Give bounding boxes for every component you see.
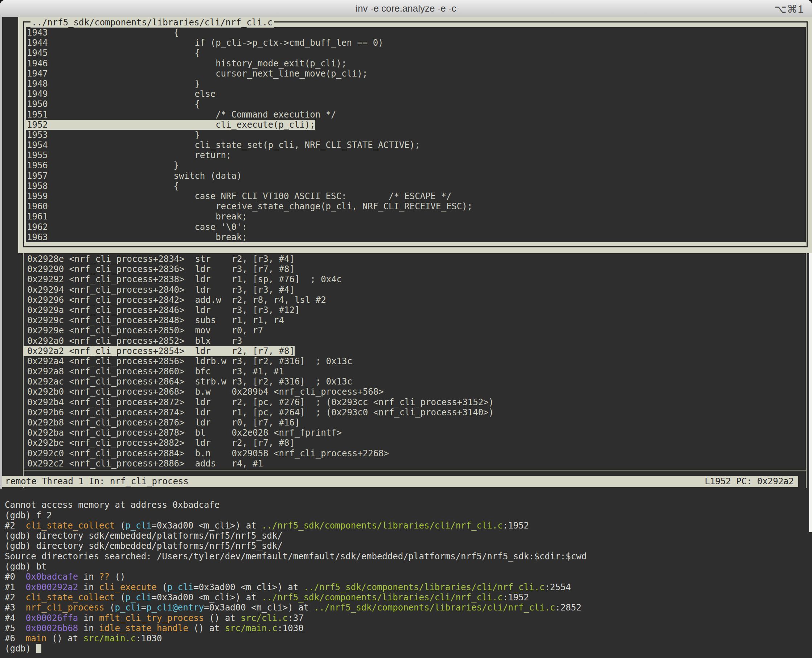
disassembly-line: 0x292ba <nrf_cli_process+2878> bl 0x2e02… — [23, 428, 806, 438]
console-line: Cannot access memory at address 0xbadcaf… — [5, 500, 807, 510]
console-text: = — [141, 603, 146, 613]
console-text: idle_state_handle — [99, 623, 188, 633]
source-line-text: 1956 } — [26, 160, 179, 171]
console-text: #1 — [5, 582, 26, 592]
disassembly-line: 0x292a0 <nrf_cli_process+2852> blx r3 — [23, 336, 806, 346]
console-text: (gdb) bt — [5, 561, 47, 572]
asm-pane-border-right — [806, 253, 807, 488]
console-text: ( — [157, 582, 167, 592]
disassembly-line: 0x292b0 <nrf_cli_process+2868> b.w 0x289… — [23, 387, 806, 397]
disassembly-line: 0x2929e <nrf_cli_process+2850> mov r0, r… — [23, 325, 806, 335]
console-text: () at — [204, 613, 241, 623]
disassembly-line: >0x292a2 <nrf_cli_process+2854> ldr r2, … — [23, 346, 806, 356]
console-text: cli_state_collect — [26, 592, 115, 603]
disassembly-line: 0x29294 <nrf_cli_process+2840> ldr r3, [… — [23, 285, 806, 295]
console-text: =0x3ad00 <m_cli>) at — [193, 582, 303, 592]
console-text: =0x3ad00 <m_cli>) at — [204, 603, 314, 613]
disassembly-line-text: 0x292a8 <nrf_cli_process+2860> bfc r3, #… — [23, 367, 284, 376]
console-line: #2 cli_state_collect (p_cli=0x3ad00 <m_c… — [5, 592, 807, 603]
disassembly-lines: 0x2928e <nrf_cli_process+2834> str r2, [… — [23, 254, 806, 469]
console-text: :1952 — [503, 520, 529, 531]
window-titlebar[interactable]: inv -e core.analyze -e -c ⌥⌘1 — [0, 0, 812, 17]
disassembly-line: 0x292b6 <nrf_cli_process+2874> ldr r1, [… — [23, 407, 806, 418]
source-code-lines: 1943 {1944 if (p_cli->p_ctx->cmd_buff_le… — [26, 28, 806, 242]
disassembly-line-text: 0x292a2 <nrf_cli_process+2854> ldr r2, [… — [23, 346, 295, 356]
console-line: #3 nrf_cli_process (p_cli=p_cli@entry=0x… — [5, 603, 807, 613]
disassembly-line: 0x29290 <nrf_cli_process+2836> ldr r3, [… — [23, 264, 806, 274]
console-text: :37 — [288, 613, 303, 623]
gdb-console[interactable]: Cannot access memory at address 0xbadcaf… — [5, 490, 807, 654]
source-line-text: 1943 { — [26, 28, 179, 38]
source-line-text: 1950 { — [26, 99, 200, 109]
console-text: #3 — [5, 603, 26, 613]
console-text: =0x3ad00 <m_cli>) at — [152, 592, 262, 603]
status-bar: remote Thread 1 In: nrf_cli_process L195… — [2, 476, 798, 487]
console-text: :2852 — [555, 603, 581, 613]
disassembly-line: 0x292c2 <nrf_cli_process+2886> adds r4, … — [23, 459, 806, 468]
source-line: >1952 cli_execute(p_cli); — [26, 120, 806, 130]
console-line: (gdb) f 2 — [5, 511, 807, 520]
source-line: 1960 receive_state_change(p_cli, NRF_CLI… — [26, 201, 806, 212]
console-text: cli_state_collect — [26, 520, 115, 531]
console-text: 0x00026ffa — [26, 613, 78, 623]
source-pane-border-line — [23, 21, 24, 247]
status-thread-info: remote Thread 1 In: nrf_cli_process — [5, 476, 189, 487]
console-text: ../nrf5_sdk/components/libraries/cli/nrf… — [262, 592, 503, 603]
source-line-text: 1958 { — [26, 181, 179, 191]
console-text: #4 — [5, 613, 26, 623]
source-line: 1954 cli_state_set(p_cli, NRF_CLI_STATE_… — [26, 140, 806, 150]
console-text: =0x3ad00 <m_cli>) at — [152, 520, 262, 531]
source-line: 1956 } — [26, 160, 806, 171]
console-text: :2554 — [545, 582, 571, 592]
source-line-text: 1947 cursor_next_line_move(p_cli); — [26, 69, 368, 79]
source-line: 1963 break; — [26, 232, 806, 242]
disassembly-line: 0x29296 <nrf_cli_process+2842> add.w r2,… — [23, 295, 806, 305]
disassembly-line-text: 0x2929a <nrf_cli_process+2846> ldr r3, [… — [23, 305, 300, 315]
console-text: main — [26, 633, 47, 644]
console-text: ../nrf5_sdk/components/libraries/cli/nrf… — [304, 582, 545, 592]
source-line-text: 1955 return; — [26, 150, 232, 160]
disassembly-line-text: 0x2928e <nrf_cli_process+2834> str r2, [… — [23, 254, 295, 264]
disassembly-line-text: 0x292be <nrf_cli_process+2882> ldr r2, [… — [23, 438, 295, 448]
console-text: () at — [47, 633, 83, 644]
source-line-text: 1954 cli_state_set(p_cli, NRF_CLI_STATE_… — [26, 140, 420, 150]
disassembly-line-text: 0x2929c <nrf_cli_process+2848> subs r1, … — [23, 315, 284, 325]
disassembly-line: 0x292a8 <nrf_cli_process+2860> bfc r3, #… — [23, 367, 806, 376]
asm-pane-border-bottom — [23, 470, 807, 470]
terminal-cursor[interactable] — [36, 644, 41, 653]
source-line: 1958 { — [26, 181, 806, 191]
disassembly-line: 0x292b4 <nrf_cli_process+2872> ldr r2, [… — [23, 397, 806, 407]
scrollbar-track[interactable] — [809, 249, 812, 532]
source-line: 1953 } — [26, 130, 806, 140]
console-text: #2 — [5, 520, 26, 531]
source-line-text: 1959 case NRF_CLI_VT100_ASCII_ESC: /* ES… — [26, 191, 451, 201]
console-text: ?? — [99, 572, 110, 582]
status-line-pc: L1952 PC: 0x292a2 — [705, 476, 794, 487]
source-line: 1950 { — [26, 99, 806, 109]
console-text: nrf_cli_process — [26, 603, 105, 613]
window-title: inv -e core.analyze -e -c — [0, 0, 812, 17]
console-line: (gdb) directory sdk/embedded/platforms/n… — [5, 531, 807, 541]
disassembly-line-text: 0x29292 <nrf_cli_process+2838> ldr r1, [… — [23, 274, 342, 284]
terminal-window: inv -e core.analyze -e -c ⌥⌘1 ../nrf5_sd… — [0, 0, 812, 658]
source-pane-border-left — [18, 27, 26, 242]
source-line-text: 1957 switch (data) — [26, 171, 241, 181]
disassembly-line-text: 0x29296 <nrf_cli_process+2842> add.w r2,… — [23, 295, 326, 305]
source-line: 1951 /* Command execution */ — [26, 110, 806, 120]
source-line-text: 1953 } — [26, 130, 200, 140]
disassembly-line-text: 0x292b4 <nrf_cli_process+2872> ldr r2, [… — [23, 397, 494, 407]
source-line: 1944 if (p_cli->p_ctx->cmd_buff_len == 0… — [26, 38, 806, 48]
console-text: ( — [105, 603, 115, 613]
source-line: 1957 switch (data) — [26, 171, 806, 181]
console-text: ../nrf5_sdk/components/libraries/cli/nrf… — [262, 520, 503, 531]
console-text: :1030 — [136, 633, 162, 644]
window-shortcut-badge: ⌥⌘1 — [774, 0, 804, 17]
console-text: src/main.c — [83, 633, 136, 644]
console-text: :1030 — [277, 623, 303, 633]
console-text: #5 — [5, 623, 26, 633]
console-text: ( — [114, 592, 125, 603]
console-text: 0x00026b68 — [26, 623, 78, 633]
disassembly-line-text: 0x292c0 <nrf_cli_process+2884> b.n 0x290… — [23, 448, 389, 459]
console-text: 0x000292a2 — [26, 582, 78, 592]
console-text: p_cli — [125, 520, 151, 531]
